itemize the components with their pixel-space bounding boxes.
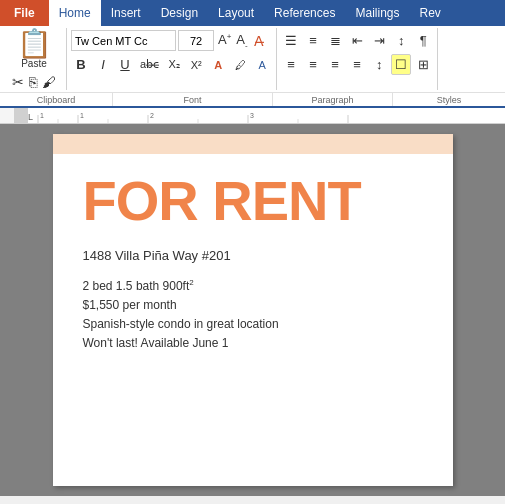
font-name-row: A+ A- A̶ <box>71 30 272 51</box>
font-color-button[interactable]: A <box>252 54 272 75</box>
font-label: Font <box>113 93 273 106</box>
paragraph-label: Paragraph <box>273 93 393 106</box>
list-row: ☰ ≡ ≣ ⇤ ⇥ ↕ ¶ <box>281 30 433 51</box>
page-highlight <box>53 134 453 154</box>
font-format-row: B I U ab̶c̶ X₂ X² A 🖊 A <box>71 54 272 75</box>
bold-button[interactable]: B <box>71 54 91 75</box>
svg-text:2: 2 <box>150 112 154 119</box>
line-spacing-button[interactable]: ↕ <box>369 54 389 75</box>
shading-button[interactable]: ☐ <box>391 54 411 75</box>
align-center-button[interactable]: ≡ <box>303 54 323 75</box>
paste-icon: 📋 <box>17 30 52 58</box>
superscript-button[interactable]: X² <box>186 54 206 75</box>
svg-text:3: 3 <box>250 112 254 119</box>
menu-review[interactable]: Rev <box>409 0 450 26</box>
bed-bath-line: 2 bed 1.5 bath 900ft2 <box>83 277 423 296</box>
align-left-button[interactable]: ≡ <box>281 54 301 75</box>
menu-file[interactable]: File <box>0 0 49 26</box>
font-size-input[interactable] <box>178 30 214 51</box>
numbering-button[interactable]: ≡ <box>303 30 323 51</box>
svg-text:1: 1 <box>80 112 84 119</box>
text-color-button[interactable]: A <box>208 54 228 75</box>
highlight-button[interactable]: 🖊 <box>230 54 250 75</box>
strikethrough-button[interactable]: ab̶c̶ <box>137 54 162 75</box>
multilevel-list-button[interactable]: ≣ <box>325 30 345 51</box>
clear-format-button[interactable]: A̶ <box>252 32 266 50</box>
menu-layout[interactable]: Layout <box>208 0 264 26</box>
font-name-input[interactable] <box>71 30 176 51</box>
cut-copy-row: ✂ ⎘ 🖌 <box>10 73 58 91</box>
group-labels: Clipboard Font Paragraph Styles <box>0 92 505 106</box>
paste-button[interactable]: 📋 Paste <box>13 28 56 71</box>
show-hide-button[interactable]: ¶ <box>413 30 433 51</box>
menu-home[interactable]: Home <box>49 0 101 26</box>
paste-label: Paste <box>21 58 47 69</box>
increase-indent-button[interactable]: ⇥ <box>369 30 389 51</box>
details: 2 bed 1.5 bath 900ft2 $1,550 per month S… <box>83 277 423 354</box>
clipboard-group: 📋 Paste ✂ ⎘ 🖌 <box>2 28 67 90</box>
menu-mailings[interactable]: Mailings <box>345 0 409 26</box>
menu-bar: File Home Insert Design Layout Reference… <box>0 0 505 26</box>
underline-button[interactable]: U <box>115 54 135 75</box>
subscript-button[interactable]: X₂ <box>164 54 184 75</box>
menu-insert[interactable]: Insert <box>101 0 151 26</box>
svg-text:L: L <box>28 112 33 122</box>
format-painter-button[interactable]: 🖌 <box>40 73 58 91</box>
ribbon: 📋 Paste ✂ ⎘ 🖌 A+ A- A̶ B I <box>0 26 505 108</box>
justify-button[interactable]: ≡ <box>347 54 367 75</box>
page-content: FOR RENT 1488 Villa Piña Way #201 2 bed … <box>53 154 453 373</box>
decrease-indent-button[interactable]: ⇤ <box>347 30 367 51</box>
borders-button[interactable]: ⊞ <box>413 54 433 75</box>
paragraph-group: ☰ ≡ ≣ ⇤ ⇥ ↕ ¶ ≡ ≡ ≡ ≡ ↕ ☐ ⊞ <box>277 28 438 90</box>
align-right-button[interactable]: ≡ <box>325 54 345 75</box>
bullets-button[interactable]: ☰ <box>281 30 301 51</box>
sort-button[interactable]: ↕ <box>391 30 411 51</box>
increase-font-button[interactable]: A+ <box>216 31 233 51</box>
ruler-marks: 1 1 2 3 L <box>28 108 505 123</box>
menu-references[interactable]: References <box>264 0 345 26</box>
document-area: FOR RENT 1488 Villa Piña Way #201 2 bed … <box>0 124 505 496</box>
ribbon-tools: 📋 Paste ✂ ⎘ 🖌 A+ A- A̶ B I <box>0 26 505 92</box>
clipboard-label: Clipboard <box>0 93 113 106</box>
availability-line: Won't last! Available June 1 <box>83 334 423 353</box>
svg-text:1: 1 <box>40 112 44 119</box>
address: 1488 Villa Piña Way #201 <box>83 248 423 263</box>
cut-button[interactable]: ✂ <box>10 73 26 91</box>
menu-design[interactable]: Design <box>151 0 208 26</box>
ruler-inner: 1 1 2 3 L <box>28 108 505 123</box>
font-group: A+ A- A̶ B I U ab̶c̶ X₂ X² A 🖊 A <box>67 28 277 90</box>
copy-button[interactable]: ⎘ <box>27 73 39 91</box>
price-line: $1,550 per month <box>83 296 423 315</box>
for-rent-heading: FOR RENT <box>83 170 423 232</box>
font-size-controls: A+ A- <box>216 31 250 51</box>
document-page: FOR RENT 1488 Villa Piña Way #201 2 bed … <box>53 134 453 486</box>
align-row: ≡ ≡ ≡ ≡ ↕ ☐ ⊞ <box>281 54 433 75</box>
italic-button[interactable]: I <box>93 54 113 75</box>
decrease-font-button[interactable]: A- <box>234 31 249 51</box>
description-line: Spanish-style condo in great location <box>83 315 423 334</box>
styles-label: Styles <box>393 93 505 106</box>
ruler: 1 1 2 3 L <box>0 108 505 124</box>
